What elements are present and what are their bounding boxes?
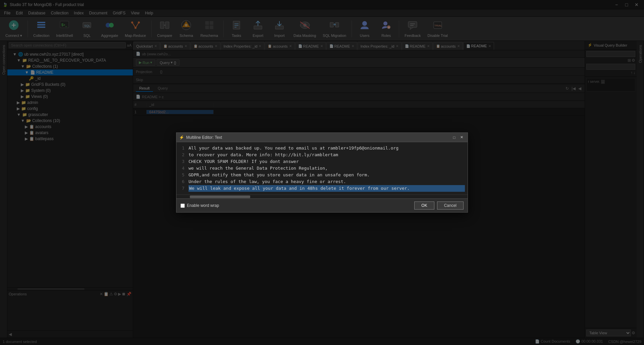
line-content-3: CHECK YOUR SPAM FOLDER! If you dont answ… (189, 158, 299, 165)
line-num-2: 2 (179, 152, 184, 158)
editor-line-5: 5 GDPR,and notify them that you store us… (179, 172, 465, 178)
editor-line-1: 1 All your data was backed up. You need … (179, 145, 465, 152)
modal-title: Multiline Editor: Text (186, 135, 222, 140)
word-wrap-label: Enable word wrap (187, 203, 219, 208)
line-content-2: to recover your data. More info: http://… (189, 152, 338, 158)
line-num-7: 7 (179, 185, 184, 192)
line-content-7: We will leak and expose all your data an… (189, 185, 465, 192)
modal-action-buttons: OK Cancel (414, 202, 464, 210)
line-content-5: GDPR,and notify them that you store user… (189, 172, 370, 178)
editor-line-4: 4 we will reach the General Data Protect… (179, 165, 465, 172)
modal-minimize-button[interactable]: □ (451, 134, 458, 140)
word-wrap-control: Enable word wrap (180, 203, 219, 208)
modal-icon: ⚡ (179, 135, 184, 140)
modal-scrollbar (176, 194, 468, 198)
modal-close-button[interactable]: ✕ (458, 134, 465, 140)
editor-line-2: 2 to recover your data. More info: http:… (179, 152, 465, 158)
word-wrap-checkbox[interactable] (180, 204, 185, 208)
line-num-4: 4 (179, 165, 184, 172)
line-num-3: 3 (179, 158, 184, 165)
modal-ok-button[interactable]: OK (414, 202, 434, 210)
modal-cancel-button[interactable]: Cancel (437, 202, 464, 210)
scrollbar-thumb[interactable] (190, 195, 250, 198)
editor-line-7: 7 We will leak and expose all your data … (179, 185, 465, 192)
line-num-6: 6 (179, 178, 184, 185)
modal-footer: Enable word wrap OK Cancel (176, 198, 468, 212)
line-num-1: 1 (179, 145, 184, 152)
line-content-1: All your data was backed up. You need to… (189, 145, 398, 152)
modal-overlay: ⚡ Multiline Editor: Text □ ✕ 1 All your … (0, 0, 644, 345)
line-num-5: 5 (179, 172, 184, 178)
modal-title-bar: ⚡ Multiline Editor: Text □ ✕ (176, 133, 468, 142)
editor-line-6: 6 Under the rules of the law, you face a… (179, 178, 465, 185)
multiline-editor-modal: ⚡ Multiline Editor: Text □ ✕ 1 All your … (176, 132, 468, 213)
line-content-6: Under the rules of the law, you face a h… (189, 178, 346, 185)
line-content-4: we will reach the General Data Protectio… (189, 165, 328, 172)
editor-line-3: 3 CHECK YOUR SPAM FOLDER! If you dont an… (179, 158, 465, 165)
modal-editor-area: 1 All your data was backed up. You need … (176, 142, 468, 194)
modal-window-controls: □ ✕ (451, 134, 465, 140)
